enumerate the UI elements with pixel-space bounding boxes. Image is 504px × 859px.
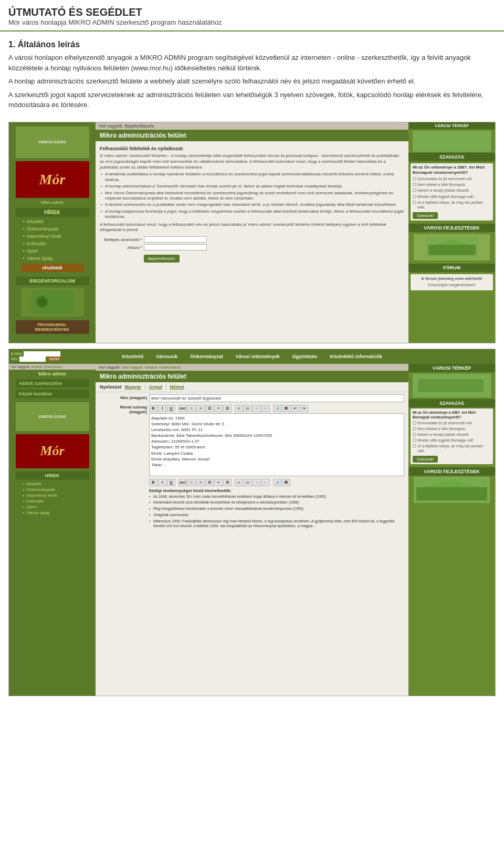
sim-main2-lang-nemet[interactable]: Német: [170, 384, 184, 390]
tb2-out[interactable]: ←: [261, 479, 270, 486]
sim-right2-map-img: [413, 374, 491, 397]
sim-sidebar2-item-kozelet[interactable]: Közéleti: [16, 481, 89, 487]
sim-bullet-1: A tartalmak publikálása a honlap nyilván…: [100, 172, 404, 183]
sim-nav-item-varosunk[interactable]: Városunk: [154, 353, 180, 360]
sidebar-details-btn[interactable]: részletek: [21, 264, 84, 272]
tb-redo[interactable]: ↪: [300, 405, 308, 412]
sim-nav-name-input[interactable]: [19, 357, 46, 362]
tb-underline[interactable]: U: [167, 405, 175, 412]
sim-poll-opt2[interactable]: Nem édekel a Móri Bornapok.: [413, 182, 491, 187]
sim-poll-opt4[interactable]: Minden idők legjobb Bornapja volt!: [413, 194, 491, 199]
tb-link[interactable]: 🔗: [273, 405, 281, 412]
sim-sidebar2-item-kulturalis[interactable]: Kulturális: [16, 498, 89, 504]
sim-nav-item-intezmeny[interactable]: Városi intézmények: [234, 353, 282, 360]
sim-main2-lang-angol[interactable]: Angol: [149, 384, 162, 390]
sim-right2-poll-btn[interactable]: Szavazok!: [413, 456, 438, 463]
svg-point-2: [38, 298, 46, 306]
tb-img[interactable]: 🖼: [282, 405, 290, 412]
sim-poll-opt5[interactable]: Jó a fejlődés iránya, de még van javítan…: [413, 200, 491, 209]
tb-bold[interactable]: B: [149, 405, 158, 412]
tb2-align[interactable]: ≡: [187, 479, 196, 486]
sim-right-dev-header: VÁROSI FEJLESZTÉSEK: [408, 224, 495, 232]
sim-right2-poll-box: Mi az On véleménye a 2887. évi Móri Born…: [411, 408, 493, 465]
sidebar-item-onkorm[interactable]: Önkormányzati: [16, 225, 89, 233]
sim-right2-poll-header: SZAVAZÁS: [408, 399, 495, 407]
tb2-ar[interactable]: ≡: [214, 479, 223, 486]
sim-radio-dot-5: [413, 201, 416, 204]
sim-sidebar2-item-ujsag[interactable]: Városi újság: [16, 510, 89, 516]
sim-main2-shorttext-textarea[interactable]: Alapítási év: 1990 Székhelyi: 8060 Mór, …: [149, 413, 404, 476]
sim-sidebar2-adatok-btn[interactable]: Adatok szerkesztése: [16, 379, 89, 387]
sim-browser-1: VÁROSI ÚJSÁG Mór Mikro admin HÍREK Közél…: [9, 122, 495, 343]
sim-sidebar2-item-sport[interactable]: Sport: [16, 504, 89, 510]
sim-login-pass-input[interactable]: [144, 244, 207, 250]
tb-align-j[interactable]: ☰: [223, 405, 232, 412]
tb-font[interactable]: ≡: [187, 405, 196, 412]
sidebar-item-kozelet[interactable]: Közéleti: [16, 218, 89, 225]
tb2-ul[interactable]: •≡: [235, 479, 243, 486]
sim-login-btn[interactable]: Bejelentkezés!: [144, 255, 180, 263]
tb2-link[interactable]: 🔗: [273, 479, 281, 486]
sim-nav-item-koszonto[interactable]: Köszöntő: [120, 353, 145, 360]
tb2-italic[interactable]: I: [158, 479, 166, 486]
tb2-img[interactable]: 🖼: [282, 479, 290, 486]
sim-form-subtitle: Felhasználói feltételek és nyilatkozat:: [100, 145, 404, 152]
tb-ul[interactable]: •≡: [235, 405, 243, 412]
sim-right2-poll-opt5[interactable]: Jó a fejlődés iránya, de még van javítan…: [413, 444, 491, 453]
sim-main-text1: A 'mikro admin' szerkesztői felületen - …: [100, 153, 404, 170]
sim-main2-breadcrumb-link[interactable]: Hol vagyok: Adatok módosítása: [122, 365, 181, 370]
sim-login-id-input[interactable]: [144, 236, 207, 243]
sim-main2-name-value[interactable]: Móri Városvédő és Szépítő Egyesület: [149, 394, 404, 402]
tb2-al[interactable]: ≡: [196, 479, 205, 486]
tb2-underline[interactable]: U: [167, 479, 175, 486]
sim-nav-email-input[interactable]: [24, 351, 60, 357]
sim-poll-opt3[interactable]: Nekem a tavalyi jobban tetszett.: [413, 188, 491, 193]
tb-align-c[interactable]: ☰: [205, 405, 214, 412]
tb-align-l[interactable]: ≡: [196, 405, 205, 412]
sim-login-row-pass: Jelszó:*: [100, 244, 404, 250]
sim-sidebar2-admin-label: Mikro admin: [16, 370, 89, 378]
tb-abc[interactable]: ABC: [178, 405, 187, 412]
sim-right-map-img: [413, 131, 491, 152]
sidebar-item-sport[interactable]: Sport: [16, 247, 89, 255]
sim-right2-poll-opt3[interactable]: Nekem a tavalyi jobban tetszett.: [413, 432, 491, 437]
tb-ol[interactable]: 1≡: [244, 405, 252, 412]
sidebar-item-kulturalis[interactable]: Kulturális: [16, 240, 89, 247]
sim-main2-title: Mikro adminisztrációs felület: [96, 371, 408, 382]
sim-activity-bullet-1: • Az 1848. december 30-i móri csata honv…: [149, 494, 404, 499]
tb2-in[interactable]: →: [253, 479, 261, 486]
sidebar-item-varos-ujsag[interactable]: Városi újság: [16, 255, 89, 262]
sim-poll-opt1[interactable]: Színvonalas és jól szervezett volt.: [413, 176, 491, 181]
sim-main2-lang-magyar[interactable]: Magyar: [125, 384, 142, 390]
sim-nav-submit-btn[interactable]: mehet: [47, 357, 61, 361]
sim-poll-submit-btn[interactable]: Szavazok!: [413, 212, 438, 219]
sidebar-item-intezmeny[interactable]: Intézményi hírek: [16, 233, 89, 240]
sim-sidebar2-item-onkorm[interactable]: Önkormányzati: [16, 487, 89, 493]
tb-undo[interactable]: ↩: [291, 405, 299, 412]
sim-sidebar2-item-intezmeny[interactable]: Intézményi hírek: [16, 493, 89, 498]
sim-sidebar2-kepek-btn[interactable]: Képek kezelése: [16, 390, 89, 398]
sim-main-title-1: Mikro adminisztrációs felület: [96, 130, 408, 141]
sim-login-pass-label: Jelszó:*: [100, 245, 142, 250]
tb-align-r[interactable]: ≡: [214, 405, 223, 412]
sim-right2-poll-opt2[interactable]: Nem édekel a Móri Bornapok.: [413, 426, 491, 431]
sim-right2-poll-opt1[interactable]: Színvonalas és jól szervezett volt.: [413, 421, 491, 425]
tb-indent[interactable]: →: [253, 405, 261, 412]
sim-radio-dot-3: [413, 188, 416, 192]
tb2-ac[interactable]: ☰: [205, 479, 214, 486]
tb-outdent[interactable]: ←: [261, 405, 270, 412]
sim-nav-item-ugyint[interactable]: Ügyintézés: [290, 353, 320, 360]
sim-bullet-4: A tartalmi szerkesztés és a publikálás s…: [100, 202, 404, 207]
sim-nav-item-onkorm[interactable]: Önkormányzat: [188, 353, 225, 360]
tb2-ol[interactable]: 1≡: [244, 479, 252, 486]
sim-right2-poll-opt4[interactable]: Minden idők legjobb Bornapja volt!: [413, 438, 491, 443]
sim-main2-form-area: Név (magyar) Móri Városvédő és Szépítő E…: [96, 392, 408, 696]
tb2-font[interactable]: ABC: [178, 479, 187, 486]
sim-right-poll-header: SZAVAZÁS: [408, 153, 495, 161]
tb-italic[interactable]: I: [158, 405, 166, 412]
sim-radio-dot-4: [413, 195, 416, 198]
tb2-bold[interactable]: B: [149, 479, 158, 486]
sim-nav-item-kozerd[interactable]: Közérdekű információk: [328, 353, 384, 360]
tb2-aj[interactable]: ☰: [223, 479, 232, 486]
sim-right-1: VÁROSI TÉRKÉP SZAVAZÁS Mi az Ön vélemény…: [408, 122, 495, 343]
